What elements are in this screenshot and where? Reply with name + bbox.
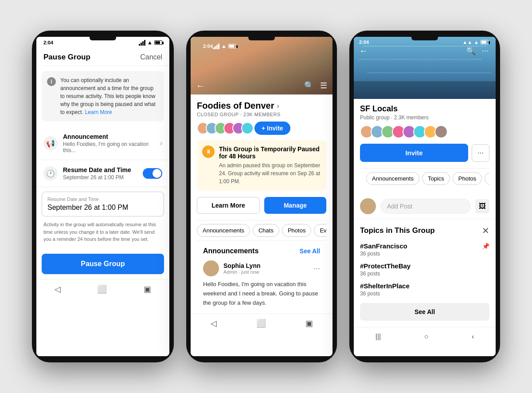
status-icons-1: ▲ — [139, 39, 162, 46]
back-button-3[interactable]: ← — [359, 46, 368, 56]
phone-2-screen: 2:04 ▲ — [191, 37, 332, 356]
see-all-topics-button[interactable]: See All — [360, 303, 489, 321]
more-icon-3[interactable]: ··· — [482, 46, 489, 56]
announcements-section: Announcements See All Sophia Lynn Admin … — [197, 241, 326, 314]
announcement-sub: Hello Foodies, I'm going on vacation thi… — [63, 141, 155, 153]
back-nav-2[interactable]: ◁ — [211, 318, 217, 328]
pause-banner: ⏸ This Group is Temporarily Paused for 4… — [197, 140, 326, 191]
pause-group-title: Pause Group — [43, 53, 90, 62]
post-item: Sophia Lynn Admin · just now ··· Hello F… — [203, 260, 320, 307]
tab-chats-2[interactable]: Chats — [253, 224, 279, 237]
avatar-stack-2 — [197, 122, 250, 134]
tab-photos-2[interactable]: Photos — [282, 224, 311, 237]
photo-icon[interactable]: 🖼 — [475, 199, 489, 213]
post-header: Sophia Lynn Admin · just now ··· — [203, 260, 320, 276]
group-name-3: SF Locals — [360, 104, 489, 114]
pin-icon: 📌 — [482, 243, 489, 250]
topic-item-0: #SanFrancisco 📌 36 posts — [360, 242, 489, 257]
tab-announcements-3[interactable]: Announcements — [366, 172, 419, 185]
pause-text: An admin paused this group on September … — [219, 161, 321, 185]
signal-icon-2 — [213, 43, 219, 49]
pause-group-button[interactable]: Pause Group — [42, 254, 164, 274]
search-icon-2[interactable]: 🔍 — [304, 81, 314, 91]
group-info-3: SF Locals Public group · 2.3K members — [354, 99, 496, 194]
poster-avatar-3 — [360, 198, 376, 214]
see-all-button-2[interactable]: See All — [300, 248, 320, 255]
topic-name-1[interactable]: #ProtectTheBay — [360, 262, 489, 270]
tab-events-2[interactable]: Events — [314, 224, 326, 237]
resume-content: Resume Date and Time September 26 at 1:0… — [63, 166, 137, 181]
recents-nav-2[interactable]: ▣ — [305, 318, 313, 328]
wifi-icon-3: ▲ — [474, 39, 479, 45]
av-3-8 — [434, 125, 448, 138]
back-nav-icon[interactable]: ◁ — [55, 284, 61, 294]
invite-row-3: Invite ··· — [360, 144, 489, 162]
topic-item-1: #ProtectTheBay 36 posts — [360, 262, 489, 277]
ann-title: Announcements — [203, 247, 258, 255]
learn-more-link-1[interactable]: Learn More — [85, 109, 112, 115]
date-input[interactable]: Resume Date and Time September 26 at 1:0… — [42, 192, 164, 216]
toggle-switch[interactable] — [143, 168, 162, 179]
home-nav-icon[interactable]: ⬜ — [97, 284, 107, 294]
close-topics-button[interactable]: ✕ — [482, 225, 489, 236]
home-nav-2[interactable]: ⬜ — [256, 318, 266, 328]
group-name-2: Foodies of Denver › — [197, 101, 326, 111]
recent-apps-nav-3[interactable]: ||| — [376, 333, 381, 341]
recents-nav-icon[interactable]: ▣ — [144, 284, 151, 294]
info-icon: i — [47, 77, 56, 86]
nav-bar-3: ← 🔍 ··· — [359, 46, 489, 56]
home-nav-3[interactable]: ○ — [424, 333, 429, 341]
chevron-icon: › — [160, 139, 162, 147]
invite-button-2[interactable]: + Invite — [254, 122, 290, 135]
pause-icon: ⏸ — [202, 145, 215, 158]
phone-3-notch — [411, 35, 438, 40]
resume-date-row[interactable]: 🕐 Resume Date and Time September 26 at 1… — [36, 160, 169, 187]
hero-image-2: 2:04 ▲ — [191, 37, 332, 94]
back-button-2[interactable]: ← — [196, 81, 205, 91]
pause-content: This Group is Temporarily Paused for 48 … — [219, 145, 321, 185]
hero-nav-2: ← 🔍 ☰ — [191, 81, 332, 91]
announcement-row[interactable]: 📢 Announcement Hello Foodies, I'm going … — [36, 127, 169, 160]
post-text: Hello Foodies, I'm going on vacation thi… — [203, 280, 320, 307]
date-input-label: Resume Date and Time — [47, 196, 158, 202]
tab-topics-3[interactable]: Topics — [422, 172, 450, 185]
resume-label: Resume Date and Time — [63, 166, 137, 173]
post-more-icon[interactable]: ··· — [313, 264, 320, 273]
p3-action-icons: 🔍 ··· — [466, 46, 489, 56]
topic-posts-1: 36 posts — [360, 271, 489, 277]
group-meta-3: Public group · 2.3K members — [360, 114, 489, 121]
tab-photos-3[interactable]: Photos — [453, 172, 482, 185]
tab-announcements-2[interactable]: Announcements — [197, 224, 250, 237]
announcement-label: Announcement — [63, 133, 155, 140]
cancel-button[interactable]: Cancel — [140, 53, 162, 61]
back-nav-3[interactable]: ‹ — [472, 333, 474, 341]
add-post-input[interactable]: Add Post — [380, 199, 471, 214]
menu-icon-2[interactable]: ☰ — [320, 81, 327, 91]
status-time-1: 2:04 — [43, 40, 53, 45]
status-icons-3: ▲▲ ▲ — [462, 39, 489, 45]
resume-sub: September 26 at 1:00 PM — [63, 174, 137, 181]
topic-name-0[interactable]: #SanFrancisco 📌 — [360, 242, 489, 250]
topic-name-2[interactable]: #ShelterInPlace — [360, 282, 489, 290]
phone-3-screen: 2:04 ▲▲ ▲ ← 🔍 — [354, 37, 496, 356]
manage-button[interactable]: Manage — [264, 197, 326, 214]
tab-events-3[interactable]: Events — [485, 172, 489, 185]
bottom-nav-3: ||| ○ ‹ — [354, 327, 496, 345]
clock-icon: 🕐 — [43, 166, 58, 181]
wifi-icon-2: ▲ — [221, 43, 227, 49]
invite-button-3[interactable]: Invite — [360, 144, 468, 162]
search-icon-3[interactable]: 🔍 — [466, 46, 476, 56]
status-time-3: 2:04 — [359, 39, 369, 45]
info-box: i You can optionally include an announce… — [42, 71, 164, 122]
phone-1-notch — [90, 35, 116, 40]
more-button-3[interactable]: ··· — [472, 144, 489, 162]
add-post-row: Add Post 🖼 — [354, 194, 496, 219]
topics-title: Topics in This Group — [360, 226, 435, 235]
learn-more-button-2[interactable]: Learn More — [197, 197, 260, 214]
topic-item-2: #ShelterInPlace 36 posts — [360, 282, 489, 297]
battery-icon-2 — [228, 44, 236, 48]
announcement-icon: 📢 — [43, 136, 58, 150]
signal-icon-3: ▲▲ — [462, 39, 472, 45]
status-region-3: 2:04 ▲▲ ▲ ← 🔍 — [359, 39, 489, 56]
info-text: You can optionally include an announceme… — [60, 76, 159, 116]
